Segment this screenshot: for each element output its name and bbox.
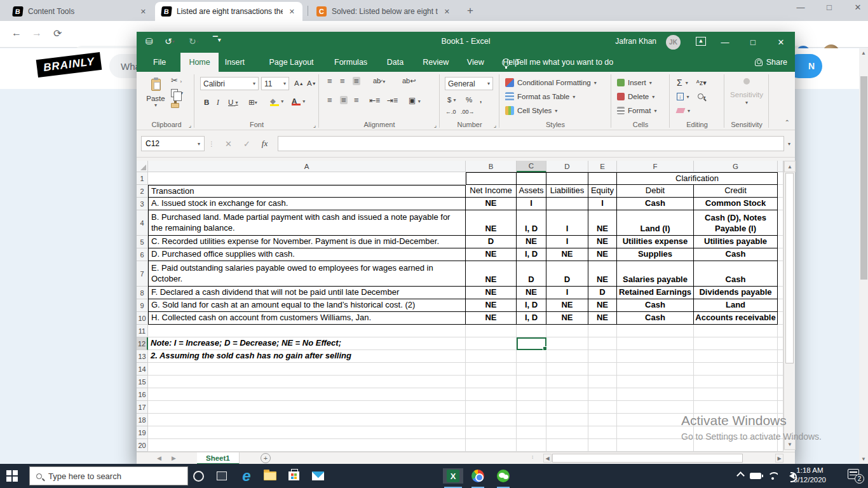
excel-maximize-button[interactable]: □ bbox=[739, 32, 767, 53]
cell[interactable]: NE bbox=[466, 248, 517, 261]
cell[interactable] bbox=[517, 439, 546, 452]
alignment-dialog-launcher[interactable]: ⌟ bbox=[434, 122, 437, 128]
cell[interactable] bbox=[517, 376, 546, 388]
cell[interactable] bbox=[546, 350, 588, 363]
number-format-select[interactable]: General▾ bbox=[445, 77, 493, 90]
browser-tab[interactable]: BContent Tools✕ bbox=[6, 2, 154, 21]
cell[interactable] bbox=[588, 439, 617, 452]
user-name[interactable]: Jafran Khan bbox=[615, 37, 656, 46]
horizontal-scrollbar[interactable]: ◀ ▶ bbox=[543, 453, 785, 464]
battery-icon[interactable] bbox=[750, 470, 761, 479]
cell[interactable] bbox=[617, 325, 694, 337]
tab-close-icon[interactable]: ✕ bbox=[443, 6, 451, 17]
reload-icon[interactable]: ⟳ bbox=[53, 27, 62, 39]
cell[interactable]: Equity bbox=[588, 185, 617, 198]
underline-button[interactable]: U ▾ bbox=[226, 96, 241, 109]
align-center-icon[interactable]: ≡ bbox=[340, 96, 348, 104]
cell[interactable] bbox=[517, 325, 546, 337]
cell[interactable]: NE bbox=[466, 299, 517, 312]
cell[interactable]: Debit bbox=[617, 185, 694, 198]
cell[interactable] bbox=[588, 401, 617, 414]
cell[interactable]: Credit bbox=[694, 185, 778, 198]
cell[interactable] bbox=[517, 414, 546, 426]
cell[interactable]: F. Declared a cash dividend that will no… bbox=[148, 287, 466, 299]
cell-styles-button[interactable]: Cell Styles▾ bbox=[505, 104, 609, 118]
row-header-10[interactable]: 10 bbox=[137, 312, 148, 325]
excel-minimize-button[interactable]: — bbox=[711, 32, 739, 53]
ribbon-tab-page-layout[interactable]: Page Layout bbox=[261, 53, 322, 72]
ribbon-tab-formulas[interactable]: Formulas bbox=[326, 53, 376, 72]
sensitivity-button[interactable]: Sensitivity bbox=[726, 91, 767, 98]
decrease-indent-icon[interactable]: ⇤≡ bbox=[369, 96, 380, 105]
cell[interactable] bbox=[148, 363, 466, 376]
clock[interactable]: 1:18 AM 3/12/2020 bbox=[794, 466, 826, 485]
row-header-11[interactable]: 11 bbox=[137, 325, 148, 337]
cell[interactable] bbox=[517, 363, 546, 376]
select-all-corner[interactable] bbox=[137, 161, 148, 172]
row-header-1[interactable]: 1 bbox=[137, 172, 148, 185]
cell[interactable] bbox=[546, 439, 588, 452]
cell[interactable]: Cash bbox=[617, 299, 694, 312]
file-explorer-icon[interactable] bbox=[262, 468, 278, 484]
column-header-D[interactable]: D bbox=[546, 161, 588, 172]
sort-filter-icon[interactable]: ᴬz▾ bbox=[696, 79, 707, 87]
scroll-right-icon[interactable]: ▶ bbox=[775, 454, 783, 463]
excel-close-button[interactable]: ✕ bbox=[767, 32, 795, 53]
row-header-12[interactable]: 12 bbox=[137, 337, 148, 350]
cell[interactable]: I, D bbox=[517, 312, 546, 325]
cell[interactable]: D bbox=[546, 261, 588, 287]
share-button[interactable]: Share bbox=[755, 53, 787, 72]
cell[interactable] bbox=[617, 350, 694, 363]
cell[interactable]: Land (I) bbox=[617, 210, 694, 236]
browser-scrollbar[interactable]: ▲ ▼ bbox=[859, 48, 868, 464]
cell[interactable]: Utilities payable bbox=[694, 236, 778, 248]
tell-me-box[interactable]: Tell me what you want to do bbox=[502, 53, 613, 72]
row-header-13[interactable]: 13 bbox=[137, 350, 148, 363]
cell[interactable] bbox=[546, 172, 588, 185]
cell[interactable]: I bbox=[517, 198, 546, 210]
cell[interactable]: H. Collected cash on account from custom… bbox=[148, 312, 466, 325]
collapse-ribbon-icon[interactable]: ⌃ bbox=[785, 119, 790, 126]
cell[interactable]: D bbox=[466, 236, 517, 248]
cell[interactable] bbox=[466, 325, 517, 337]
cell[interactable]: Retained Earnings bbox=[617, 287, 694, 299]
font-dialog-launcher[interactable]: ⌟ bbox=[313, 122, 316, 128]
cell[interactable]: I, D bbox=[517, 299, 546, 312]
cell[interactable] bbox=[694, 363, 778, 376]
cell[interactable] bbox=[517, 388, 546, 401]
cell[interactable] bbox=[466, 363, 517, 376]
vertical-scrollbar-thumb[interactable] bbox=[785, 173, 794, 363]
italic-button[interactable]: I bbox=[214, 96, 222, 109]
new-tab-button[interactable]: + bbox=[467, 4, 473, 17]
cell[interactable]: C. Recorded utilities expense for Novemb… bbox=[148, 236, 466, 248]
cell[interactable] bbox=[588, 325, 617, 337]
column-header-G[interactable]: G bbox=[694, 161, 778, 172]
ribbon-tab-review[interactable]: Review bbox=[414, 53, 457, 72]
browser-tab[interactable]: CSolved: Listed below are eight tra✕ bbox=[310, 2, 458, 21]
cell[interactable]: Cash bbox=[617, 312, 694, 325]
cell[interactable]: Note: I = Increase; D = Decrease; NE = N… bbox=[148, 337, 466, 350]
user-avatar[interactable]: JK bbox=[666, 35, 681, 50]
row-header-19[interactable]: 19 bbox=[137, 426, 148, 439]
cell[interactable] bbox=[694, 401, 778, 414]
align-right-icon[interactable]: ≡ bbox=[354, 96, 359, 104]
column-header-A[interactable]: A bbox=[148, 161, 466, 172]
cell[interactable] bbox=[694, 376, 778, 388]
insert-cells-button[interactable]: Insert▾ bbox=[617, 76, 668, 90]
row-header-16[interactable]: 16 bbox=[137, 388, 148, 401]
format-painter-icon[interactable] bbox=[171, 103, 179, 108]
ribbon-tab-view[interactable]: View bbox=[459, 53, 492, 72]
cell[interactable] bbox=[617, 376, 694, 388]
taskbar-search-input[interactable]: Type here to search bbox=[29, 466, 188, 485]
cell[interactable] bbox=[588, 376, 617, 388]
delete-cells-button[interactable]: Delete▾ bbox=[617, 90, 668, 104]
autosum-button[interactable]: Σ▾ ᴬz▾ bbox=[677, 76, 722, 90]
row-header-9[interactable]: 9 bbox=[137, 299, 148, 312]
column-header-C[interactable]: C bbox=[517, 161, 546, 172]
cell[interactable]: Cash bbox=[694, 248, 778, 261]
cell[interactable] bbox=[466, 388, 517, 401]
row-header-18[interactable]: 18 bbox=[137, 414, 148, 426]
cell[interactable] bbox=[617, 401, 694, 414]
sheet-tab[interactable]: Sheet1 bbox=[197, 452, 240, 464]
column-header-B[interactable]: B bbox=[466, 161, 517, 172]
